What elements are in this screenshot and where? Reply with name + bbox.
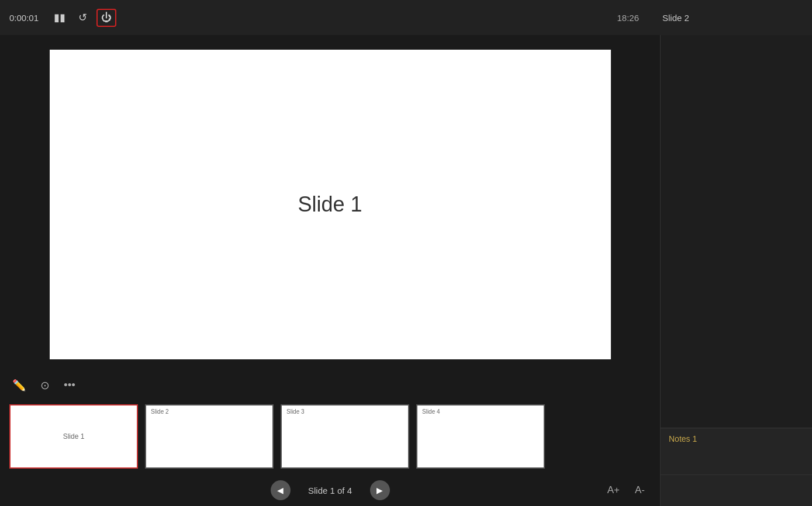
right-panel-preview xyxy=(661,35,812,428)
top-bar-right: Slide 2 xyxy=(651,13,803,23)
right-panel-bottom xyxy=(661,474,812,506)
prev-slide-button[interactable]: ◀ xyxy=(271,480,291,500)
pen-icon: ✏️ xyxy=(12,379,26,392)
zoom-button[interactable]: ⊙ xyxy=(37,376,53,394)
thumb-2-title: Slide 2 xyxy=(151,408,169,415)
controls-left: 0:00:01 ▮▮ ↺ ⏻ xyxy=(9,9,116,27)
pen-button[interactable]: ✏️ xyxy=(9,376,29,394)
zoom-icon: ⊙ xyxy=(40,379,50,392)
thumbnail-2[interactable]: Slide 2 xyxy=(145,404,274,469)
top-bar: 0:00:01 ▮▮ ↺ ⏻ 18:26 Slide 2 xyxy=(0,0,812,35)
thumbnail-4[interactable]: Slide 4 xyxy=(416,404,545,469)
thumbnails-row: Slide 1 Slide 2 Slide 3 Slide 4 xyxy=(0,398,660,474)
restart-icon: ↺ xyxy=(78,11,87,24)
toolbar-row: ✏️ ⊙ ••• xyxy=(0,372,660,398)
bottom-nav: ◀ Slide 1 of 4 ▶ A+ A- xyxy=(0,474,660,506)
power-button[interactable]: ⏻ xyxy=(96,9,116,27)
thumb-1-text: Slide 1 xyxy=(15,409,132,464)
pause-button[interactable]: ▮▮ xyxy=(50,9,69,26)
next-icon: ▶ xyxy=(376,486,383,495)
font-increase-button[interactable]: A+ xyxy=(604,483,623,498)
power-icon: ⏻ xyxy=(101,12,112,24)
restart-button[interactable]: ↺ xyxy=(75,9,91,26)
more-icon: ••• xyxy=(64,379,75,391)
prev-icon: ◀ xyxy=(277,486,284,495)
center-area: Slide 1 ✏️ ⊙ ••• Slide 1 Slide 2 Sli xyxy=(0,35,660,506)
slide-main-text: Slide 1 xyxy=(298,192,362,217)
slide-counter: Slide 1 of 4 xyxy=(301,486,360,495)
thumbnail-3[interactable]: Slide 3 xyxy=(281,404,409,469)
top-bar-center: 18:26 xyxy=(116,13,651,23)
more-button[interactable]: ••• xyxy=(61,376,78,394)
thumb-4-title: Slide 4 xyxy=(422,408,440,415)
right-panel-notes: Notes 1 xyxy=(661,428,812,474)
timer-display: 0:00:01 xyxy=(9,13,44,23)
next-slide-label: Slide 2 xyxy=(662,13,689,23)
thumb-3-title: Slide 3 xyxy=(286,408,305,415)
main-content: Slide 1 ✏️ ⊙ ••• Slide 1 Slide 2 Sli xyxy=(0,35,812,506)
slide-canvas: Slide 1 xyxy=(50,50,611,359)
font-decrease-button[interactable]: A- xyxy=(631,483,648,498)
thumbnail-1[interactable]: Slide 1 xyxy=(9,404,138,469)
slide-viewer: Slide 1 xyxy=(0,35,660,372)
pause-icon: ▮▮ xyxy=(54,11,65,24)
right-panel: Notes 1 xyxy=(660,35,812,506)
bottom-nav-right: A+ A- xyxy=(604,483,648,498)
next-slide-button[interactable]: ▶ xyxy=(370,480,390,500)
notes-text: Notes 1 xyxy=(669,434,697,443)
clock-display: 18:26 xyxy=(617,13,639,23)
